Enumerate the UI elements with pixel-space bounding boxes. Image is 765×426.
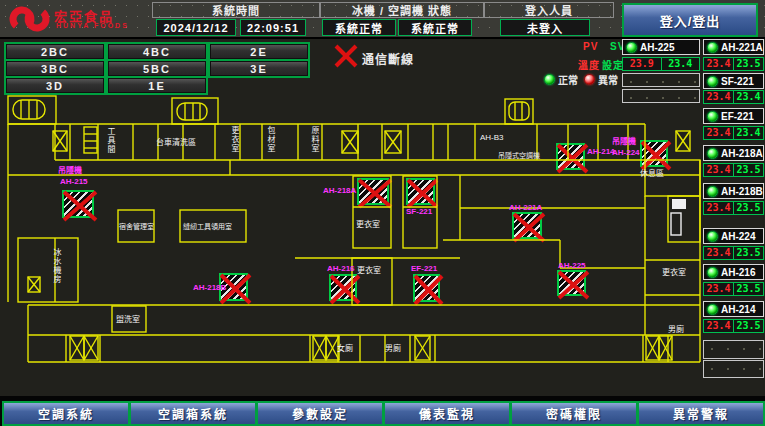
device-label: AH-216 bbox=[327, 264, 355, 273]
room-label: 吊隱式空調機 bbox=[498, 151, 540, 160]
room-label: 縫紉工具領用室 bbox=[183, 222, 232, 231]
device-label: SF-221 bbox=[406, 207, 432, 216]
hmi-screen: 宏亞食品 HUNYA FOODS 系統時間 2024/12/12 22:09:5… bbox=[0, 0, 765, 426]
device-label: AH-224 bbox=[612, 148, 640, 157]
room-label: 盥洗室 bbox=[116, 315, 140, 324]
device-label: EF-221 bbox=[411, 264, 437, 273]
device-label: AH-218B bbox=[193, 283, 226, 292]
room-label: 包材室 bbox=[266, 126, 275, 153]
room-label: AH-B3 bbox=[480, 133, 504, 142]
room-label: 女廁 bbox=[337, 344, 353, 353]
device-label: AH-225 bbox=[558, 261, 586, 270]
device-label: AH-215 bbox=[60, 177, 88, 186]
room-label: 男廁 bbox=[668, 325, 684, 334]
room-label: 台車清洗區 bbox=[156, 138, 196, 147]
device-label: 吊隱機 bbox=[612, 137, 636, 146]
floor-plan-svg bbox=[0, 0, 765, 426]
device-label: AH-214 bbox=[587, 147, 615, 156]
room-label: 冰水機房 bbox=[52, 248, 61, 284]
room-label: 更衣室 bbox=[662, 268, 686, 277]
device-label: AH-218A bbox=[323, 186, 356, 195]
room-label: 工具間 bbox=[106, 127, 115, 154]
room-label: 原料室 bbox=[310, 126, 319, 153]
room-label: 男廁 bbox=[385, 344, 401, 353]
room-label: 宿舍管理室 bbox=[119, 222, 154, 231]
device-label: 吊隱機 bbox=[58, 166, 82, 175]
device-label: AH-221A bbox=[509, 203, 542, 212]
room-label: 更衣室 bbox=[230, 126, 239, 153]
room-label: 休息區 bbox=[640, 169, 664, 178]
room-label: 更衣室 bbox=[356, 220, 380, 229]
room-label: 更衣室 bbox=[357, 266, 381, 275]
